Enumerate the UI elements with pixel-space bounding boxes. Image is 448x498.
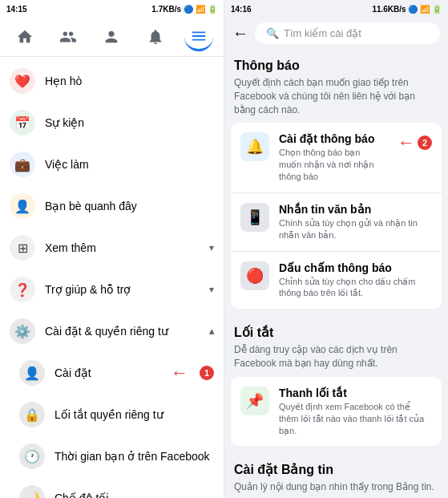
menu-item-su-kien[interactable]: 📅 Sự kiện <box>0 102 224 144</box>
che-do-toi-label: Chế độ tối <box>54 492 214 498</box>
bell-nav-icon[interactable] <box>141 22 170 51</box>
menu-item-xem-them[interactable]: ⊞ Xem thêm ▾ <box>0 227 224 269</box>
thong-bao-desc: Quyết định cách bạn muốn giao tiếp trên … <box>224 76 448 123</box>
settings-section-label: Cài đặt & quyền riêng tư <box>45 325 200 338</box>
annotation-1: 1 <box>200 366 214 380</box>
cai-dat-thong-bao-icon: 🔔 <box>240 132 269 161</box>
su-kien-label: Sự kiện <box>45 116 214 129</box>
left-panel: 14:15 1.7KB/s 🔵 📶 🔋 ❤️ Hẹn hò <box>0 0 224 498</box>
menu-item-viec-lam[interactable]: 💼 Việc làm <box>0 144 224 185</box>
settings-item-thanh-loi-tat[interactable]: 📌 Thanh lối tắt Quyết định xem Facebook … <box>231 377 442 447</box>
cai-dat-thong-bao-desc: Chọn thông báo bạn muốn nhận và nơi nhận… <box>279 147 385 183</box>
tro-giup-icon: ❓ <box>10 277 35 302</box>
thanh-loi-tat-title: Thanh lối tắt <box>279 387 432 399</box>
bang-tin-title: Cài đặt Bảng tin <box>224 452 448 480</box>
hen-ho-icon: ❤️ <box>10 68 35 94</box>
status-icons-left: 1.7KB/s 🔵 📶 🔋 <box>151 5 217 14</box>
ban-be-icon: 👤 <box>10 193 35 219</box>
settings-item-nhan-tin[interactable]: 📱 Nhắn tin văn bản Chính sửa tùy chọn gử… <box>231 193 442 252</box>
right-content: Thông báo Quyết định cách bạn muốn giao … <box>224 49 448 498</box>
right-panel: 14:16 11.6KB/s 🔵 📶 🔋 ← 🔍 Tìm kiếm cài đặ… <box>224 0 448 498</box>
search-box[interactable]: 🔍 Tìm kiếm cài đặt <box>255 22 440 44</box>
ban-be-label: Bạn bè quanh đây <box>45 200 214 213</box>
loi-tat-card: 📌 Thanh lối tắt Quyết định xem Facebook … <box>231 377 442 447</box>
cai-dat-label: Cài đặt <box>54 366 161 379</box>
dau-cham-icon: 🔴 <box>240 261 269 290</box>
su-kien-icon: 📅 <box>10 110 35 136</box>
settings-item-dau-cham[interactable]: 🔴 Dấu chấm thông báo Chỉnh sửa tùy chọn … <box>231 252 442 310</box>
sub-item-che-do-toi[interactable]: 🌙 Chế độ tối <box>0 477 224 498</box>
arrow-right-thongbao: ← <box>398 132 415 153</box>
bang-tin-section: Cài đặt Bảng tin Quản lý nội dung bạn nh… <box>224 452 448 498</box>
home-nav-icon[interactable] <box>10 22 39 51</box>
xem-them-chevron: ▾ <box>209 242 214 253</box>
search-header: ← 🔍 Tìm kiếm cài đặt <box>224 18 448 49</box>
time-right: 14:16 <box>231 5 252 14</box>
nhan-tin-title: Nhắn tin văn bản <box>279 203 432 216</box>
search-icon: 🔍 <box>266 27 279 39</box>
menu-nav-icon[interactable] <box>184 22 213 51</box>
dau-cham-title: Dấu chấm thông báo <box>279 261 432 274</box>
menu-item-hen-ho[interactable]: ❤️ Hẹn hò <box>0 60 224 102</box>
loi-tat-desc: Dễ dàng truy cập vào các dịch vụ trên Fa… <box>224 343 448 377</box>
people-nav-icon[interactable] <box>54 22 83 51</box>
che-do-toi-icon: 🌙 <box>19 485 45 498</box>
loi-tat-title: Lối tắt <box>224 315 448 343</box>
cai-dat-thong-bao-title: Cài đặt thông báo <box>279 132 385 145</box>
cai-dat-icon: 👤 <box>19 360 45 386</box>
dau-cham-text: Dấu chấm thông báo Chỉnh sửa tùy chọn ch… <box>279 261 432 300</box>
cai-dat-thong-bao-text: Cài đặt thông báo Chọn thông báo bạn muố… <box>279 132 385 183</box>
profile-nav-icon[interactable] <box>97 22 126 51</box>
tro-giup-chevron: ▾ <box>209 284 214 295</box>
hen-ho-label: Hẹn hò <box>45 75 214 87</box>
settings-section-chevron: ▴ <box>209 326 214 337</box>
time-left: 14:15 <box>6 5 27 14</box>
viec-lam-icon: 💼 <box>10 152 35 177</box>
back-button[interactable]: ← <box>232 24 248 43</box>
loi-tat-icon: 🔒 <box>19 402 45 427</box>
thanh-loi-tat-desc: Quyết định xem Facebook có thể thêm lối … <box>279 401 432 437</box>
bang-tin-desc: Quản lý nội dung bạn nhìn thấy trong Bản… <box>224 480 448 498</box>
xem-them-label: Xem thêm <box>45 241 200 254</box>
status-bar-left: 14:15 1.7KB/s 🔵 📶 🔋 <box>0 0 224 18</box>
loi-tat-label: Lối tắt quyền riêng tư <box>54 408 214 421</box>
thanh-loi-tat-text: Thanh lối tắt Quyết định xem Facebook có… <box>279 387 432 437</box>
search-placeholder: Tìm kiếm cài đặt <box>284 27 361 39</box>
sub-item-thoi-gian[interactable]: 🕐 Thời gian bạn ở trên Facebook <box>0 435 224 477</box>
left-menu: ❤️ Hẹn hò 📅 Sự kiện 💼 Việc làm 👤 Bạn bè … <box>0 57 224 498</box>
settings-section-icon: ⚙️ <box>10 318 35 344</box>
settings-item-cai-dat-thong-bao[interactable]: 🔔 Cài đặt thông báo Chọn thông báo bạn m… <box>231 123 442 193</box>
menu-item-ban-be[interactable]: 👤 Bạn bè quanh đây <box>0 185 224 227</box>
thong-bao-section: Thông báo Quyết định cách bạn muốn giao … <box>224 49 448 309</box>
xem-them-icon: ⊞ <box>10 235 35 261</box>
annotation-2-container: ← 2 <box>398 132 432 153</box>
annotation-label-2: 2 <box>418 136 432 150</box>
sub-item-loi-tat[interactable]: 🔒 Lối tắt quyền riêng tư <box>0 394 224 435</box>
status-bar-right: 14:16 11.6KB/s 🔵 📶 🔋 <box>224 0 448 18</box>
thoi-gian-label: Thời gian bạn ở trên Facebook <box>54 450 214 463</box>
nhan-tin-icon: 📱 <box>240 203 269 232</box>
menu-item-tro-giup[interactable]: ❓ Trợ giúp & hỗ trợ ▾ <box>0 269 224 310</box>
sub-item-cai-dat[interactable]: 👤 Cài đặt ← 1 <box>0 352 224 394</box>
thoi-gian-icon: 🕐 <box>19 443 45 469</box>
status-icons-right: 11.6KB/s 🔵 📶 🔋 <box>372 5 442 14</box>
dau-cham-desc: Chỉnh sửa tùy chọn cho dấu chấm thông bá… <box>279 276 432 300</box>
thong-bao-title: Thông báo <box>224 49 448 76</box>
viec-lam-label: Việc làm <box>45 158 214 171</box>
arrow-left-caidat: ← <box>171 362 188 383</box>
settings-section-header[interactable]: ⚙️ Cài đặt & quyền riêng tư ▴ <box>0 310 224 352</box>
loi-tat-section: Lối tắt Dễ dàng truy cập vào các dịch vụ… <box>224 315 448 446</box>
thong-bao-card: 🔔 Cài đặt thông báo Chọn thông báo bạn m… <box>231 123 442 309</box>
thanh-loi-tat-icon: 📌 <box>240 387 269 415</box>
tro-giup-label: Trợ giúp & hỗ trợ <box>45 283 200 296</box>
nhan-tin-text: Nhắn tin văn bản Chính sửa tùy chọn gửi … <box>279 203 432 241</box>
nav-bar <box>0 18 224 57</box>
nhan-tin-desc: Chính sửa tùy chọn gửi và nhận tin nhắn … <box>279 217 432 241</box>
